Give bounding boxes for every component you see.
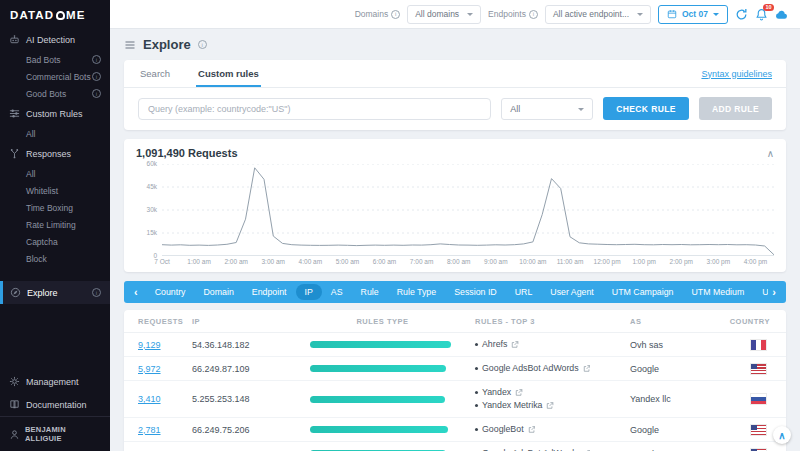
dimension-tab-domain[interactable]: Domain [194,284,242,300]
dimension-tab-country[interactable]: Country [146,284,195,300]
x-axis-label: 8:00 am [447,258,471,265]
syntax-guidelines-link[interactable]: Syntax guidelines [701,69,772,79]
dimension-tab-ip[interactable]: IP [296,284,322,300]
y-axis-labels: 015k30k45k60k [136,164,157,256]
external-link-icon[interactable] [511,341,519,349]
datadome-o-icon [56,11,65,20]
sidebar-section-header-ai-detection[interactable]: AI Detection [0,28,110,51]
external-link-icon[interactable] [528,426,536,434]
scroll-top-button[interactable]: ∧ [773,426,791,444]
sidebar-item-commercial-bots[interactable]: Commercial Bots [0,68,110,85]
dimension-tab-utm-medium[interactable]: UTM Medium [682,284,753,300]
sidebar-item-label: Rate Limiting [26,220,76,230]
date-picker-button[interactable]: Oct 07 [658,5,728,24]
dimension-tab-url[interactable]: URL [506,284,542,300]
dimension-tab-user-agent[interactable]: User Agent [541,284,603,300]
table-row[interactable]: 5,972 66.249.87.109 Google AdsBot AdWord… [124,357,786,381]
rules-type-bar [310,396,475,403]
rule-entry: Google AdsBot AdWords [475,362,630,375]
x-axis-label: 1:00 pm [632,258,656,265]
cloud-icon [775,8,788,21]
dimension-tab-utm-campaign[interactable]: UTM Campaign [603,284,683,300]
y-axis-label: 30k [147,206,157,213]
main-area: Domains All domains Endpoints All active… [110,0,800,451]
user-menu[interactable]: BENJAMIN ALLIGUIE [0,416,110,451]
domains-select[interactable]: All domains [407,5,481,24]
rule-name: Ahrefs [482,338,507,351]
query-input[interactable] [138,98,491,120]
sidebar-section-label: Responses [26,149,71,159]
sidebar-section-header-custom-rules[interactable]: Custom Rules [0,102,110,125]
add-rule-button[interactable]: ADD RULE [699,97,772,120]
bullet-icon [475,343,478,346]
table-row[interactable]: 2,781 66.249.75.206 GoogleBot Google [124,418,786,442]
external-link-icon[interactable] [515,389,523,397]
content: Explore Search Custom rules Syntax guide… [110,29,800,451]
sliders-icon [9,108,20,119]
requests-link[interactable]: 5,972 [138,364,161,374]
gear-icon [9,376,20,387]
sidebar-item-good-bots[interactable]: Good Bots [0,85,110,102]
dimension-tab-as[interactable]: AS [322,284,352,300]
external-link-icon[interactable] [546,402,554,410]
dimension-tab-utm[interactable]: UTM [753,284,768,300]
sidebar-item-all[interactable]: All [0,165,110,182]
notifications-button[interactable]: 10 [755,8,768,21]
bullet-icon [475,404,478,407]
cloud-status-button[interactable] [775,8,788,21]
as-cell: Google [630,425,715,435]
info-icon [92,55,101,64]
sidebar-spacer [0,304,110,370]
sidebar-item-explore[interactable]: Explore [0,281,110,304]
sidebar: DATAD ME AI Detection Bad Bots Commercia… [0,0,110,451]
sidebar-item-bad-bots[interactable]: Bad Bots [0,51,110,68]
info-icon [529,10,538,19]
x-axis-label: 2:00 am [224,258,248,265]
table-header: REQUESTS IP RULES TYPE RULES - TOP 3 AS … [124,310,786,333]
table-row[interactable]: 9,129 54.36.148.182 Ahrefs Ovh sas [124,333,786,357]
table-row[interactable]: 2,772 66.249.87.60 Google AdsBot AdWords… [124,442,786,451]
rule-filter-select[interactable]: All [501,98,593,120]
dimension-tab-endpoint[interactable]: Endpoint [243,284,296,300]
sidebar-item-time-boxing[interactable]: Time Boxing [0,199,110,216]
chevron-left-icon[interactable]: ‹ [130,287,142,298]
sidebar-section-header-responses[interactable]: Responses [0,142,110,165]
sidebar-item-whitelist[interactable]: Whitelist [0,182,110,199]
requests-link[interactable]: 2,781 [138,425,161,435]
logo: DATAD ME [0,0,110,28]
x-axis-label: 11:00 am [557,258,584,265]
sidebar-item-management[interactable]: Management [0,370,110,393]
chevron-right-icon[interactable]: › [768,287,780,298]
sidebar-item-captcha[interactable]: Captcha [0,233,110,250]
dimension-tab-rule[interactable]: Rule [352,284,388,300]
info-icon [92,288,101,297]
col-country: COUNTRY [715,317,786,326]
tab-custom-rules[interactable]: Custom rules [196,60,261,87]
dimension-tab-rule-type[interactable]: Rule Type [388,284,445,300]
sidebar-item-block[interactable]: Block [0,250,110,267]
menu-toggle-icon[interactable] [124,39,136,51]
external-link-icon[interactable] [583,365,591,373]
rules-type-bar [310,341,475,348]
logo-text-right: ME [66,9,85,21]
x-axis-label: 7:00 am [410,258,434,265]
sidebar-item-label: Commercial Bots [26,72,91,82]
requests-link[interactable]: 9,129 [138,340,161,350]
sidebar-item-documentation[interactable]: Documentation [0,393,110,416]
endpoints-select[interactable]: All active endpoint... [545,5,651,24]
requests-link[interactable]: 3,410 [138,394,161,404]
chevron-down-icon [578,108,584,114]
check-rule-button[interactable]: CHECK RULE [603,97,689,120]
dimension-tab-session-id[interactable]: Session ID [445,284,506,300]
sidebar-item-rate-limiting[interactable]: Rate Limiting [0,216,110,233]
refresh-button[interactable] [735,8,748,21]
sidebar-item-all[interactable]: All [0,125,110,142]
chevron-up-icon[interactable]: ∧ [767,148,774,159]
calendar-icon [667,9,677,19]
x-axis-label: 2:00 pm [670,258,694,265]
col-rules-top3: RULES - TOP 3 [475,317,630,326]
col-as: AS [630,317,715,326]
table-row[interactable]: 3,410 5.255.253.148 Yandex Yandex Metrik… [124,381,786,418]
tab-search[interactable]: Search [138,60,172,87]
topbar: Domains All domains Endpoints All active… [110,0,800,29]
